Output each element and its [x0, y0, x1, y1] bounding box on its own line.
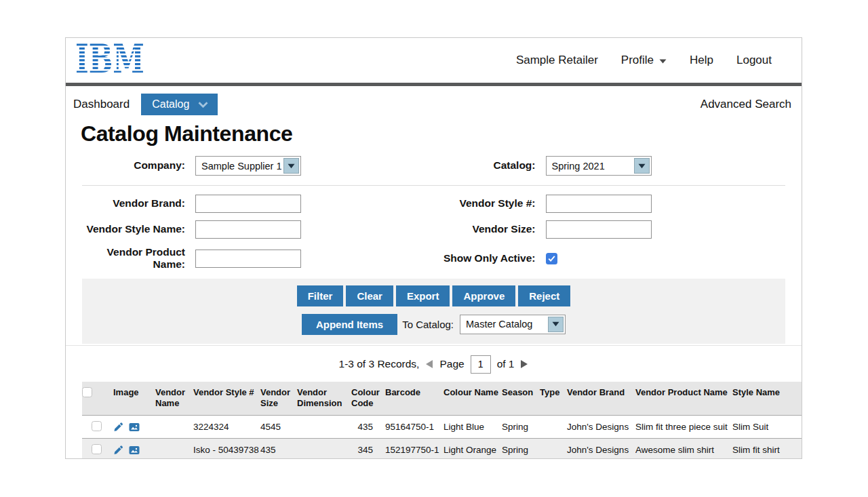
catalog-menu-label: Catalog — [152, 98, 189, 111]
image-icon[interactable] — [129, 445, 140, 456]
vendor-brand-label: Vendor Brand: — [73, 197, 185, 210]
nav-help[interactable]: Help — [690, 54, 713, 67]
export-button[interactable]: Export — [396, 285, 450, 306]
catalog-table: Image Vendor Name Vendor Style # Vendor … — [82, 382, 802, 459]
show-only-active-label: Show Only Active: — [434, 252, 536, 264]
nav-retailer: Sample Retailer — [516, 54, 598, 67]
page-title: Catalog Maintenance — [81, 121, 802, 146]
table-cell: Isko - 50439738 — [193, 439, 260, 459]
page-label: Page — [439, 358, 464, 370]
records-count-text: 1-3 of 3 Records, — [339, 358, 420, 370]
select-all-checkbox[interactable] — [82, 387, 92, 397]
column-header: Image — [113, 382, 155, 416]
column-header: Vendor Product Name — [635, 382, 732, 416]
table-cell: Light Orange — [443, 439, 502, 459]
table-cell: 95164750-1 — [385, 416, 443, 439]
table-cell: 345 — [351, 439, 385, 459]
vendor-product-name-input[interactable] — [195, 250, 301, 268]
column-header: Vendor Style # — [193, 382, 260, 416]
row-checkbox[interactable] — [92, 421, 102, 431]
column-header: Vendor Dimension — [297, 382, 351, 416]
top-bar: IBM Sample Retailer Profile — [66, 38, 802, 83]
vendor-size-input[interactable] — [546, 220, 652, 239]
catalog-menu-button[interactable]: Catalog — [141, 94, 218, 115]
vendor-style-num-input[interactable] — [546, 195, 652, 213]
caret-down-icon — [659, 54, 667, 67]
caret-down-icon — [283, 158, 299, 174]
table-cell — [540, 416, 567, 439]
main-window: IBM Sample Retailer Profile — [65, 37, 802, 459]
pagination: 1-3 of 3 Records, Page of 1 — [66, 345, 802, 382]
image-icon[interactable] — [129, 422, 140, 433]
vendor-brand-input[interactable] — [195, 195, 301, 213]
advanced-search-link[interactable]: Advanced Search — [701, 98, 792, 111]
row-checkbox[interactable] — [92, 444, 102, 454]
approve-button[interactable]: Approve — [452, 285, 515, 306]
table-cell: Spring — [502, 439, 540, 459]
breadcrumb: Dashboard Catalog Advanced Search — [66, 86, 802, 115]
table-cell — [540, 439, 567, 459]
column-header: Style Name — [732, 382, 802, 416]
append-items-button[interactable]: Append Items — [302, 314, 397, 335]
catalog-select[interactable]: Spring 2021 — [546, 156, 652, 176]
company-select-value: Sample Supplier 1 — [196, 161, 283, 172]
column-header: Type — [540, 382, 567, 416]
column-header: Vendor Size — [260, 382, 297, 416]
edit-icon[interactable] — [113, 445, 123, 455]
table-row: 3224324 4545 435 95164750-1 Light Blue S… — [82, 416, 802, 439]
previous-page-icon[interactable] — [425, 359, 433, 369]
edit-icon[interactable] — [113, 422, 123, 432]
ibm-logo: IBM — [75, 43, 146, 77]
nav-dashboard[interactable]: Dashboard — [73, 98, 130, 111]
table-cell: Light Blue — [443, 416, 502, 439]
table-cell — [297, 439, 351, 459]
column-header: Vendor Brand — [567, 382, 635, 416]
column-header: Colour Name — [443, 382, 502, 416]
column-header: Season — [502, 382, 540, 416]
table-cell — [155, 416, 193, 439]
top-nav: Sample Retailer Profile Help Logout — [516, 54, 772, 67]
catalog-label: Catalog: — [434, 159, 536, 172]
next-page-icon[interactable] — [520, 359, 528, 369]
table-cell: 4545 — [260, 416, 297, 439]
show-only-active-checkbox[interactable] — [546, 253, 557, 264]
table-cell: 3224324 — [193, 416, 260, 439]
vendor-product-name-label: Vendor Product Name: — [73, 246, 185, 271]
column-header: Barcode — [385, 382, 443, 416]
vendor-size-label: Vendor Size: — [434, 223, 536, 235]
divider — [82, 185, 785, 186]
clear-button[interactable]: Clear — [346, 285, 393, 306]
table-cell — [297, 416, 351, 439]
to-catalog-select[interactable]: Master Catalog — [460, 315, 566, 334]
page-number-input[interactable] — [471, 355, 491, 374]
vendor-style-name-input[interactable] — [195, 220, 301, 239]
catalog-select-value: Spring 2021 — [547, 161, 634, 172]
reject-button[interactable]: Reject — [518, 285, 570, 306]
table-cell: Slim fit three piece suit — [635, 416, 732, 439]
table-cell: John's Designs — [567, 439, 635, 459]
caret-down-icon — [634, 158, 650, 174]
caret-down-icon — [548, 317, 564, 332]
table-cell: Spring — [502, 416, 540, 439]
profile-label: Profile — [621, 54, 654, 67]
column-header: Vendor Name — [155, 382, 193, 416]
chevron-down-icon — [198, 98, 208, 111]
table-cell: 435 — [351, 416, 385, 439]
table-cell: John's Designs — [567, 416, 635, 439]
company-label: Company: — [73, 159, 185, 172]
company-select[interactable]: Sample Supplier 1 — [195, 156, 301, 176]
filter-button[interactable]: Filter — [297, 285, 344, 306]
nav-profile[interactable]: Profile — [621, 54, 667, 67]
table-cell: 435 — [260, 439, 297, 459]
table-cell: Slim Suit — [732, 416, 802, 439]
table-header-row: Image Vendor Name Vendor Style # Vendor … — [82, 382, 802, 416]
table-cell: Awesome slim shirt — [635, 439, 732, 459]
vendor-style-name-label: Vendor Style Name: — [73, 223, 185, 235]
table-cell — [155, 439, 193, 459]
vendor-style-num-label: Vendor Style #: — [434, 197, 536, 210]
nav-logout[interactable]: Logout — [736, 54, 772, 67]
table-cell: Slim fit shirt — [732, 439, 802, 459]
page-of-text: of 1 — [497, 358, 515, 370]
to-catalog-label: To Catalog: — [402, 319, 454, 330]
column-header: Colour Code — [351, 382, 385, 416]
